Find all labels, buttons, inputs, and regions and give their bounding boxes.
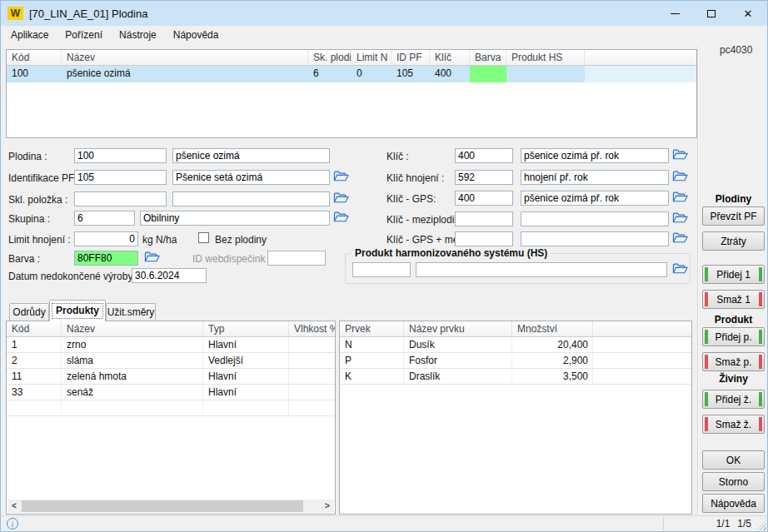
smaz-z-button[interactable]: Smaž ž. — [702, 415, 765, 434]
delete-indicator-bar — [759, 292, 762, 306]
cell-prvek: K — [340, 369, 404, 385]
plodina-code-input[interactable] — [74, 148, 167, 163]
klic-meziplodina-name-input[interactable] — [521, 211, 669, 226]
skupina-name-input[interactable] — [140, 211, 330, 226]
minimize-icon — [671, 13, 680, 14]
cell-nazev-prvku: Dusík — [404, 337, 512, 353]
column-header-klic: Klíč — [430, 50, 470, 66]
pridej-z-button[interactable]: Přidej ž. — [702, 390, 765, 409]
skupina-label: Skupina : — [8, 213, 50, 225]
products-table-row[interactable]: 11 zelená hmota Hlavní — [7, 369, 335, 385]
cell-vlhkost — [289, 400, 335, 416]
cell-typ: Hlavní — [203, 385, 289, 400]
klic-gps-meziplodina-name-input[interactable] — [521, 231, 669, 246]
cell-klic: 400 — [430, 66, 470, 82]
ok-button[interactable]: OK — [702, 450, 765, 470]
smaz-1-button[interactable]: Smaž 1 — [702, 290, 765, 309]
skl-polozka-name-input[interactable] — [172, 191, 330, 206]
ztraty-button[interactable]: Ztráty — [702, 231, 765, 251]
klic-gps-meziplodina-code-input[interactable] — [455, 231, 513, 246]
nutrients-table-row[interactable]: N Dusík 20,400 — [340, 337, 691, 353]
minimize-button[interactable] — [661, 1, 689, 26]
delete-indicator-bar — [705, 292, 708, 306]
products-table-row[interactable]: 1 zrno Hlavní — [7, 337, 335, 353]
open-folder-icon[interactable] — [672, 231, 688, 245]
klic-gps-label: Klíč - GPS: — [386, 193, 436, 205]
titlebar: W [70_LIN_AE_01] Plodina ✕ — [1, 1, 767, 26]
skl-polozka-code-input[interactable] — [74, 191, 167, 206]
products-table-row[interactable]: 2 sláma Vedlejší — [7, 353, 335, 369]
cell-vlhkost — [289, 353, 335, 369]
tab-uzit-smery[interactable]: Užit.směry — [106, 303, 156, 321]
products-table-row[interactable] — [7, 400, 335, 416]
klic-hnojeni-label: Klíč hnojení : — [386, 172, 444, 184]
skupina-code-input[interactable] — [74, 211, 135, 226]
datum-nedokoncene-vyroby-label: Datum nedokončené výroby: — [8, 271, 136, 282]
storno-button[interactable]: Storno — [702, 472, 765, 491]
close-button[interactable]: ✕ — [734, 1, 762, 26]
pridej-p-button[interactable]: Přidej p. — [702, 327, 765, 346]
open-folder-icon[interactable] — [672, 170, 688, 183]
produkt-hs-code-input[interactable] — [352, 262, 411, 277]
menu-bar: Aplikace Pořízení Nástroje Nápověda — [1, 26, 767, 44]
limit-hnojeni-input[interactable] — [74, 231, 138, 246]
produkt-section-label: Produkt — [702, 314, 765, 326]
resize-grip-icon[interactable] — [756, 520, 766, 530]
klic-gps-code-input[interactable] — [455, 191, 513, 206]
pridej-1-label: Přidej 1 — [716, 269, 751, 281]
open-folder-icon[interactable] — [144, 251, 160, 264]
klic-hnojeni-name-input[interactable] — [521, 170, 669, 185]
bez-plodiny-checkbox[interactable] — [198, 232, 209, 243]
add-indicator-bar — [705, 392, 708, 406]
add-indicator-bar — [759, 392, 762, 406]
klic-name-input[interactable] — [521, 148, 669, 163]
open-folder-icon[interactable] — [672, 211, 688, 225]
scroll-right-icon[interactable]: > — [321, 500, 334, 513]
column-header-typ: Typ — [203, 321, 289, 337]
cell-mnozstvi: 2,900 — [512, 353, 593, 369]
klic-hnojeni-code-input[interactable] — [455, 170, 513, 185]
cell-nazev: pšenice ozimá — [62, 66, 308, 82]
identifikace-pf-code-input[interactable] — [74, 170, 167, 185]
open-folder-icon[interactable] — [672, 148, 688, 162]
open-folder-icon[interactable] — [672, 191, 688, 204]
menu-item-aplikace[interactable]: Aplikace — [2, 26, 57, 44]
cell-nazev: sláma — [62, 353, 203, 369]
nutrients-table-row[interactable]: K Draslík 3,500 — [340, 369, 691, 385]
open-folder-icon[interactable] — [333, 211, 349, 224]
tab-produkty[interactable]: Produkty — [49, 300, 106, 321]
column-header-id-pf: ID PF — [391, 50, 430, 66]
napoveda-button[interactable]: Nápověda — [702, 494, 765, 513]
menu-item-porizeni[interactable]: Pořízení — [57, 26, 111, 44]
scrollbar-thumb[interactable] — [22, 500, 303, 512]
open-folder-icon[interactable] — [333, 191, 349, 205]
prevzit-pf-button[interactable]: Převzít PF — [702, 206, 765, 226]
cell-mnozstvi: 3,500 — [512, 369, 593, 385]
products-table-row[interactable]: 33 senáž Hlavní — [7, 385, 335, 400]
identifikace-pf-name-input[interactable] — [172, 170, 330, 185]
cell-nazev-prvku: Fosfor — [404, 353, 512, 369]
cell-nazev: zrno — [62, 337, 203, 353]
smaz-p-button[interactable]: Smaž p. — [702, 352, 765, 371]
menu-item-nastroje[interactable]: Nástroje — [111, 26, 165, 44]
tab-odrudy[interactable]: Odrůdy — [9, 303, 49, 321]
menu-item-napoveda[interactable]: Nápověda — [165, 26, 227, 44]
klic-meziplodina-code-input[interactable] — [455, 211, 513, 226]
crops-table-selected-row[interactable]: 100 pšenice ozimá 6 0 105 400 — [7, 66, 696, 82]
bez-plodiny-label: Bez plodiny — [215, 234, 267, 246]
datum-nedokoncene-vyroby-input[interactable] — [132, 268, 207, 283]
pridej-1-button[interactable]: Přidej 1 — [702, 265, 765, 284]
open-folder-icon[interactable] — [333, 170, 349, 183]
cell-kod: 33 — [7, 385, 62, 400]
klic-gps-name-input[interactable] — [521, 191, 669, 206]
klic-code-input[interactable] — [455, 148, 513, 163]
barva-hex-input[interactable] — [74, 251, 138, 266]
produkt-hs-name-input[interactable] — [416, 262, 667, 277]
horizontal-scrollbar[interactable]: < > — [7, 500, 334, 513]
plodina-name-input[interactable] — [172, 148, 330, 163]
id-webdispecink-input[interactable] — [267, 251, 326, 266]
nutrients-table-row[interactable]: P Fosfor 2,900 — [340, 353, 691, 369]
maximize-button[interactable] — [697, 1, 726, 26]
scroll-left-icon[interactable]: < — [7, 500, 21, 513]
open-folder-icon[interactable] — [672, 262, 688, 276]
